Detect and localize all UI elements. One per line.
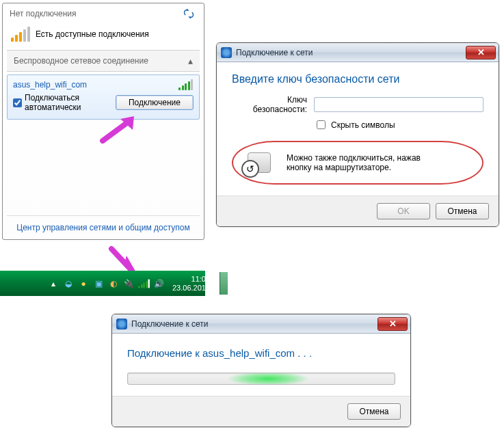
window-title: Подключение к сети bbox=[131, 319, 208, 329]
tray-network-icon[interactable] bbox=[138, 278, 149, 289]
security-key-input[interactable] bbox=[314, 97, 483, 112]
tray-globe-icon[interactable]: ● bbox=[78, 278, 89, 289]
signal-bars-icon bbox=[11, 27, 30, 42]
wireless-section-header[interactable]: Беспроводное сетевое соединение ▴ bbox=[7, 50, 200, 72]
network-flyout: Нет подключения Есть доступные подключен… bbox=[2, 3, 204, 240]
wifi-network-item[interactable]: asus_help_wifi_com Подключаться автомати… bbox=[7, 75, 200, 120]
wifi-signal-icon bbox=[178, 79, 194, 90]
router-icon: ↺ bbox=[240, 148, 278, 178]
connection-progress-dialog: Подключение к сети ✕ Подключение к asus_… bbox=[111, 314, 411, 427]
clock-date: 23.06.2016 bbox=[172, 284, 210, 293]
window-title: Подключение к сети bbox=[236, 48, 313, 57]
clock-time: 11:09 bbox=[172, 275, 210, 284]
wireless-header-label: Беспроводное сетевое соединение bbox=[14, 56, 148, 66]
cancel-button[interactable]: Отмена bbox=[436, 203, 489, 219]
refresh-icon[interactable] bbox=[183, 9, 196, 18]
show-desktop-button[interactable] bbox=[220, 272, 228, 295]
tray-up-icon[interactable]: ▴ bbox=[48, 278, 59, 289]
tray-download-icon[interactable]: ▣ bbox=[93, 278, 104, 289]
wifi-ssid-label: asus_help_wifi_com bbox=[13, 80, 87, 90]
network-status-text: Нет подключения bbox=[10, 9, 77, 18]
tray-shield-icon[interactable]: ◒ bbox=[63, 278, 74, 289]
connect-button[interactable]: Подключение bbox=[116, 95, 194, 110]
close-button[interactable]: ✕ bbox=[377, 317, 408, 331]
wps-icon: ↺ bbox=[241, 160, 259, 178]
auto-connect-checkbox[interactable]: Подключаться автоматически bbox=[13, 93, 109, 112]
security-key-label: Ключ безопасности: bbox=[232, 95, 307, 114]
tray-app-icon[interactable]: ◐ bbox=[108, 278, 119, 289]
ok-button[interactable]: OK bbox=[377, 203, 430, 219]
dialog-header: Введите ключ безопасности сети bbox=[232, 73, 483, 95]
network-icon bbox=[116, 319, 127, 329]
titlebar[interactable]: Подключение к сети ✕ bbox=[112, 314, 410, 334]
chevron-up-icon: ▴ bbox=[188, 56, 193, 66]
wps-tip-text: Можно также подключиться, нажав кнопку н… bbox=[287, 153, 421, 172]
taskbar-clock[interactable]: 11:09 23.06.2016 bbox=[168, 275, 214, 292]
hide-characters-label: Скрыть символы bbox=[331, 120, 395, 130]
auto-connect-input[interactable] bbox=[13, 98, 22, 107]
hide-characters-checkbox[interactable] bbox=[317, 120, 326, 129]
progress-bar bbox=[127, 373, 395, 385]
cancel-button[interactable]: Отмена bbox=[347, 403, 401, 420]
available-connections-label: Есть доступные подключения bbox=[36, 29, 149, 39]
progress-message: Подключение к asus_help_wifi_com . . . bbox=[127, 345, 395, 373]
tray-volume-icon[interactable]: 🔊 bbox=[153, 278, 164, 289]
system-tray: ▴ ◒ ● ▣ ◐ 🔌 🔊 11:09 23.06.2016 bbox=[48, 272, 232, 295]
network-center-link[interactable]: Центр управления сетями и общим доступом bbox=[7, 215, 200, 235]
taskbar: ▴ ◒ ● ▣ ◐ 🔌 🔊 11:09 23.06.2016 bbox=[0, 271, 205, 296]
network-icon bbox=[221, 47, 232, 58]
tray-power-icon[interactable]: 🔌 bbox=[123, 278, 134, 289]
wps-tip: ↺ Можно также подключиться, нажав кнопку… bbox=[232, 141, 483, 185]
close-button[interactable]: ✕ bbox=[466, 46, 496, 59]
auto-connect-label: Подключаться автоматически bbox=[25, 93, 109, 112]
titlebar[interactable]: Подключение к сети ✕ bbox=[217, 43, 499, 62]
security-key-dialog: Подключение к сети ✕ Введите ключ безопа… bbox=[216, 42, 499, 227]
